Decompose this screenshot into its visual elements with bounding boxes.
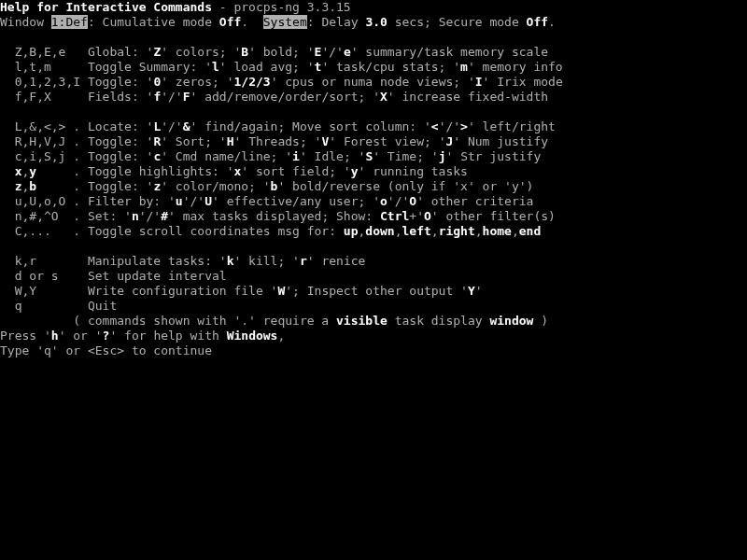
help-line: d or s Set update interval	[0, 269, 747, 284]
help-line: C,... . Toggle scroll coordinates msg fo…	[0, 224, 747, 239]
help-line: l,t,m Toggle Summary: 'l' load avg; 't' …	[0, 60, 747, 75]
help-line: z,b . Toggle: 'z' color/mono; 'b' bold/r…	[0, 179, 747, 194]
help-line: R,H,V,J . Toggle: 'R' Sort; 'H' Threads;…	[0, 134, 747, 149]
status-line: Window 1:Def: Cumulative mode Off. Syste…	[0, 15, 747, 30]
press-line: Press 'h' or '?' for help with Windows,	[0, 329, 747, 343]
help-line: c,i,S,j . Toggle: 'c' Cmd name/line; 'i'…	[0, 149, 747, 164]
help-line: Z,B,E,e Global: 'Z' colors; 'B' bold; 'E…	[0, 45, 747, 60]
title-line: Help for Interactive Commands - procps-n…	[0, 0, 747, 15]
help-line: q Quit	[0, 299, 747, 314]
help-line: n,#,^O . Set: 'n'/'#' max tasks displaye…	[0, 209, 747, 224]
continue-line: Type 'q' or <Esc> to continue	[0, 343, 747, 358]
help-line: L,&,<,> . Locate: 'L'/'&' find/again; Mo…	[0, 119, 747, 134]
footnote: ( commands shown with '.' require a visi…	[0, 314, 747, 329]
help-line: u,U,o,O . Filter by: 'u'/'U' effective/a…	[0, 194, 747, 209]
help-line: 0,1,2,3,I Toggle: '0' zeros; '1/2/3' cpu…	[0, 75, 747, 90]
help-screen: Help for Interactive Commands - procps-n…	[0, 0, 747, 358]
help-line: x,y . Toggle highlights: 'x' sort field;…	[0, 164, 747, 179]
help-line: f,F,X Fields: 'f'/'F' add/remove/order/s…	[0, 90, 747, 105]
help-line: W,Y Write configuration file 'W'; Inspec…	[0, 284, 747, 299]
help-line: k,r Manipulate tasks: 'k' kill; 'r' reni…	[0, 254, 747, 269]
